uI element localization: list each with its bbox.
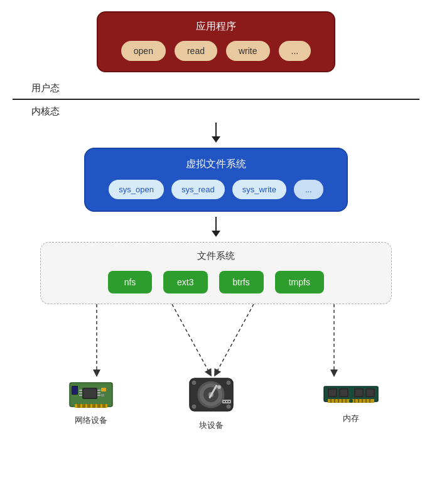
arrow-head-2: [212, 231, 220, 237]
sys-write-button: sys_write: [232, 180, 286, 199]
svg-rect-45: [345, 399, 347, 403]
svg-rect-23: [72, 386, 77, 394]
svg-rect-33: [226, 401, 227, 402]
fs-title: 文件系统: [53, 250, 379, 262]
svg-rect-42: [334, 399, 335, 403]
svg-rect-48: [358, 399, 359, 403]
svg-point-37: [192, 405, 196, 408]
svg-rect-19: [97, 395, 100, 396]
svg-rect-50: [365, 399, 367, 403]
hdd-device: 块设备: [188, 373, 235, 431]
kernel-space-label: 内核态: [13, 106, 419, 118]
arrow-app-to-vfs: [212, 123, 220, 143]
hdd-icon: [188, 373, 235, 416]
svg-rect-17: [97, 390, 100, 391]
svg-rect-21: [101, 394, 104, 397]
vfs-ellipsis-button: ...: [294, 180, 323, 199]
sys-open-button: sys_open: [109, 180, 164, 199]
svg-rect-15: [79, 392, 82, 393]
separator-line: [13, 99, 419, 100]
svg-rect-20: [101, 388, 106, 392]
svg-rect-10: [97, 404, 100, 408]
app-title: 应用程序: [111, 20, 321, 33]
app-layer: 应用程序 open read write ...: [97, 11, 335, 72]
user-space-label: 用户态: [13, 82, 419, 94]
ram-device-label: 内存: [343, 413, 359, 424]
vfs-layer: 虚拟文件系统 sys_open sys_read sys_write ...: [84, 148, 348, 212]
vfs-buttons-row: sys_open sys_read sys_write ...: [100, 180, 332, 199]
svg-point-38: [227, 405, 230, 408]
svg-rect-43: [338, 399, 339, 403]
app-buttons-row: open read write ...: [111, 41, 321, 61]
svg-rect-18: [97, 392, 100, 393]
arrow-shaft-2: [215, 217, 217, 231]
arrow-vfs-to-fs: [212, 217, 220, 237]
svg-rect-16: [79, 395, 82, 396]
fs-layer: 文件系统 nfs ext3 btrfs tmpfs: [40, 242, 392, 304]
svg-rect-14: [79, 390, 82, 391]
network-icon: [68, 376, 114, 411]
ext3-button: ext3: [163, 271, 207, 293]
ellipsis-button: ...: [279, 41, 311, 61]
network-device: 网络设备: [68, 376, 114, 426]
svg-rect-8: [87, 404, 90, 408]
read-button: read: [175, 41, 217, 61]
svg-rect-60: [349, 399, 353, 403]
svg-rect-47: [354, 399, 355, 403]
svg-rect-13: [84, 389, 96, 398]
svg-line-1: [172, 304, 210, 373]
ram-icon: [323, 376, 379, 409]
separator-section: 用户态 内核态: [13, 82, 419, 118]
svg-rect-49: [362, 399, 363, 403]
svg-rect-53: [329, 390, 336, 396]
svg-rect-9: [92, 404, 95, 408]
devices-section: 网络设备: [34, 304, 398, 430]
svg-point-35: [192, 381, 196, 385]
svg-rect-41: [330, 399, 332, 403]
vfs-title: 虚拟文件系统: [100, 158, 332, 171]
svg-rect-7: [82, 404, 85, 408]
svg-rect-34: [229, 401, 230, 402]
svg-point-36: [227, 381, 230, 385]
network-device-label: 网络设备: [75, 415, 107, 426]
nfs-button: nfs: [108, 271, 152, 293]
diagram: 应用程序 open read write ... 用户态 内核态 虚拟文件系统 …: [0, 0, 432, 436]
open-button: open: [121, 41, 166, 61]
btrfs-button: btrfs: [219, 271, 264, 293]
svg-rect-57: [355, 390, 362, 396]
arrow-shaft-1: [215, 123, 217, 136]
svg-rect-11: [102, 404, 105, 408]
hdd-device-label: 块设备: [199, 420, 224, 431]
write-button: write: [226, 41, 270, 61]
svg-rect-51: [369, 399, 370, 403]
svg-rect-55: [340, 390, 347, 396]
fs-buttons-row: nfs ext3 btrfs tmpfs: [53, 271, 379, 293]
sys-read-button: sys_read: [171, 180, 225, 199]
svg-rect-59: [367, 390, 374, 396]
svg-rect-44: [342, 399, 343, 403]
svg-point-30: [217, 385, 221, 389]
svg-rect-32: [224, 401, 225, 402]
ram-device: 内存: [323, 376, 379, 424]
arrow-head-1: [212, 136, 220, 143]
svg-line-2: [216, 304, 254, 373]
tmpfs-button: tmpfs: [275, 271, 324, 293]
svg-rect-6: [77, 404, 80, 408]
